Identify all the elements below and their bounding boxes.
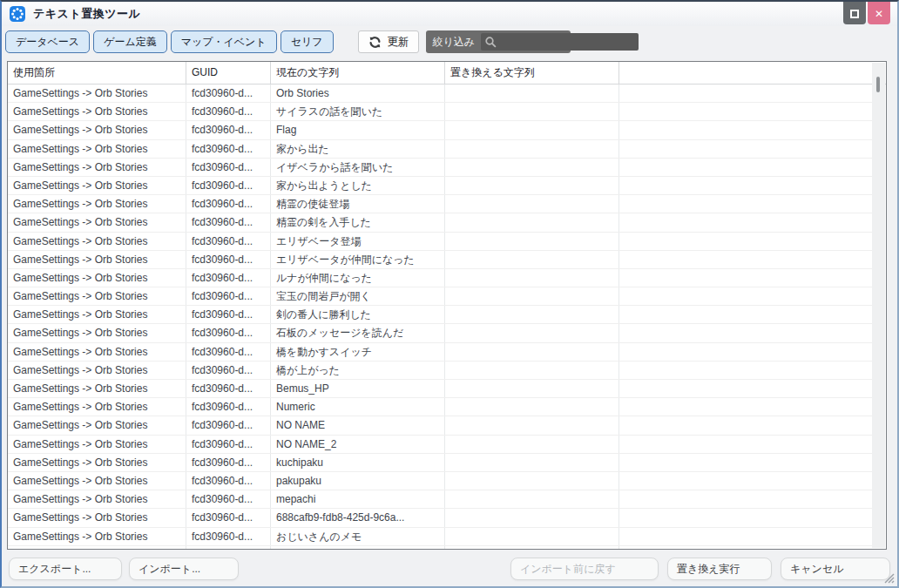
cell-guid[interactable]: fcd30960-d... [186,233,271,250]
cell-usage[interactable]: GameSettings -> Orb Stories [8,546,186,549]
cell-replacement[interactable] [445,454,619,471]
cell-usage[interactable]: GameSettings -> Orb Stories [8,213,186,231]
cell-current[interactable]: pakupaku [271,472,445,490]
cell-usage[interactable]: GameSettings -> Orb Stories [8,287,186,305]
cell-replacement[interactable] [445,121,619,139]
scrollbar-thumb[interactable] [876,77,880,92]
cell-guid[interactable]: fcd30960-d... [186,269,271,287]
table-row[interactable]: GameSettings -> Orb Storiesfcd30960-d...… [8,398,873,416]
table-row[interactable]: GameSettings -> Orb Storiesfcd30960-d...… [8,287,873,306]
cell-current[interactable]: エリザベータが仲間になった [271,251,445,268]
cell-guid[interactable]: fcd30960-d... [186,546,271,549]
cell-replacement[interactable] [445,177,619,194]
cell-replacement[interactable] [445,251,619,268]
cell-replacement[interactable] [445,306,619,323]
table-row[interactable]: GameSettings -> Orb Storiesfcd30960-d...… [8,454,873,472]
column-header-replacement[interactable]: 置き換える文字列 [445,62,619,84]
cell-current[interactable]: 橋を動かすスイッチ [271,343,445,361]
cell-replacement[interactable] [445,84,619,102]
table-row[interactable]: GameSettings -> Orb Storiesfcd30960-d...… [8,195,873,213]
cell-current[interactable]: Shi [271,546,445,549]
cell-current[interactable]: イザベラから話を聞いた [271,159,445,176]
import-button[interactable]: インポート... [129,558,239,580]
cell-usage[interactable]: GameSettings -> Orb Stories [8,380,186,397]
cell-usage[interactable]: GameSettings -> Orb Stories [8,103,186,120]
cell-usage[interactable]: GameSettings -> Orb Stories [8,528,186,545]
cell-current[interactable]: おじいさんのメモ [271,528,445,545]
cell-current[interactable]: Flag [271,121,445,139]
table-row[interactable]: GameSettings -> Orb Storiesfcd30960-d...… [8,251,873,269]
cell-guid[interactable]: fcd30960-d... [186,324,271,341]
cell-usage[interactable]: GameSettings -> Orb Stories [8,454,186,471]
table-row[interactable]: GameSettings -> Orb Storiesfcd30960-d...… [8,103,873,121]
cell-guid[interactable]: fcd30960-d... [186,306,271,323]
cell-current[interactable]: 688cafb9-fdb8-425d-9c6a... [271,509,445,526]
cell-replacement[interactable] [445,213,619,231]
cell-replacement[interactable] [445,472,619,490]
cell-usage[interactable]: GameSettings -> Orb Stories [8,233,186,250]
cell-usage[interactable]: GameSettings -> Orb Stories [8,195,186,213]
cell-replacement[interactable] [445,546,619,549]
cell-guid[interactable]: fcd30960-d... [186,84,271,102]
cell-usage[interactable]: GameSettings -> Orb Stories [8,490,186,508]
table-row[interactable]: GameSettings -> Orb Storiesfcd30960-d...… [8,213,873,232]
cell-current[interactable]: サイラスの話を聞いた [271,103,445,120]
table-row[interactable]: GameSettings -> Orb Storiesfcd30960-d...… [8,546,873,549]
table-row[interactable]: GameSettings -> Orb Storiesfcd30960-d...… [8,472,873,490]
cell-replacement[interactable] [445,269,619,287]
cell-guid[interactable]: fcd30960-d... [186,177,271,194]
cell-usage[interactable]: GameSettings -> Orb Stories [8,269,186,287]
filter-input[interactable] [497,36,639,48]
column-header-current[interactable]: 現在の文字列 [271,62,445,84]
cell-usage[interactable]: GameSettings -> Orb Stories [8,251,186,268]
cell-guid[interactable]: fcd30960-d... [186,140,271,158]
cell-current[interactable]: mepachi [271,490,445,508]
cell-replacement[interactable] [445,324,619,341]
cell-current[interactable]: 剣の番人に勝利した [271,306,445,323]
cell-current[interactable]: 家から出ようとした [271,177,445,194]
execute-replacement-button[interactable]: 置き換え実行 [667,558,772,580]
cell-replacement[interactable] [445,159,619,176]
cell-guid[interactable]: fcd30960-d... [186,195,271,213]
cell-replacement[interactable] [445,195,619,213]
cell-guid[interactable]: fcd30960-d... [186,251,271,268]
cell-usage[interactable]: GameSettings -> Orb Stories [8,362,186,379]
table-row[interactable]: GameSettings -> Orb Storiesfcd30960-d...… [8,509,873,527]
cell-replacement[interactable] [445,233,619,250]
cell-guid[interactable]: fcd30960-d... [186,380,271,397]
cell-usage[interactable]: GameSettings -> Orb Stories [8,398,186,416]
cell-guid[interactable]: fcd30960-d... [186,509,271,526]
table-row[interactable]: GameSettings -> Orb Storiesfcd30960-d...… [8,177,873,195]
cell-guid[interactable]: fcd30960-d... [186,398,271,416]
tab-database[interactable]: データベース [5,30,90,53]
cell-guid[interactable]: fcd30960-d... [186,343,271,361]
tab-dialogue[interactable]: セリフ [281,30,334,53]
table-row[interactable]: GameSettings -> Orb Storiesfcd30960-d...… [8,159,873,177]
cell-replacement[interactable] [445,103,619,120]
cell-guid[interactable]: fcd30960-d... [186,362,271,379]
cell-guid[interactable]: fcd30960-d... [186,416,271,434]
cell-guid[interactable]: fcd30960-d... [186,121,271,139]
cell-current[interactable]: 橋が上がった [271,362,445,379]
table-row[interactable]: GameSettings -> Orb Storiesfcd30960-d...… [8,306,873,324]
cancel-button[interactable]: キャンセル [781,558,890,580]
cell-replacement[interactable] [445,436,619,453]
tab-map-event[interactable]: マップ・イベント [171,30,277,53]
cell-usage[interactable]: GameSettings -> Orb Stories [8,324,186,341]
table-row[interactable]: GameSettings -> Orb Storiesfcd30960-d...… [8,490,873,509]
table-row[interactable]: GameSettings -> Orb Storiesfcd30960-d...… [8,343,873,362]
cell-current[interactable]: エリザベータ登場 [271,233,445,250]
cell-usage[interactable]: GameSettings -> Orb Stories [8,84,186,102]
cell-usage[interactable]: GameSettings -> Orb Stories [8,416,186,434]
vertical-scrollbar[interactable] [872,63,885,548]
cell-replacement[interactable] [445,343,619,361]
cell-usage[interactable]: GameSettings -> Orb Stories [8,472,186,490]
cell-guid[interactable]: fcd30960-d... [186,436,271,453]
table-row[interactable]: GameSettings -> Orb Storiesfcd30960-d...… [8,269,873,287]
cell-replacement[interactable] [445,490,619,508]
cell-replacement[interactable] [445,398,619,416]
table-row[interactable]: GameSettings -> Orb Storiesfcd30960-d...… [8,121,873,139]
cell-usage[interactable]: GameSettings -> Orb Stories [8,177,186,194]
table-row[interactable]: GameSettings -> Orb Storiesfcd30960-d...… [8,416,873,435]
cell-current[interactable]: 精霊の使徒登場 [271,195,445,213]
